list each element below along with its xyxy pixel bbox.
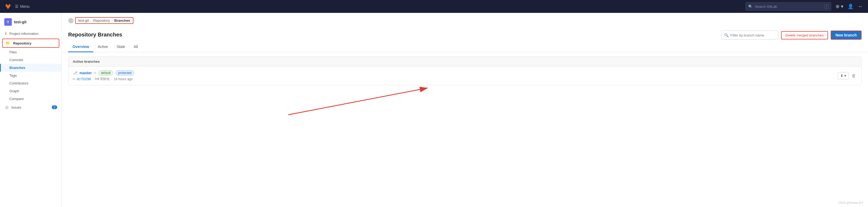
branch-commit-info: ↦ dc733298 · init 初始化 · 16 hours ago	[73, 77, 835, 81]
user-avatar-breadcrumb	[68, 18, 73, 23]
sidebar-item-graph[interactable]: Graph	[0, 87, 61, 95]
issues-icon: ◎	[5, 105, 8, 110]
annotation-area	[68, 85, 862, 117]
tab-stale[interactable]: Stale	[112, 42, 129, 52]
new-branch-button[interactable]: New branch	[831, 31, 862, 40]
sidebar-item-project-info[interactable]: ℹ Project information	[0, 29, 61, 38]
page-header: Repository Branches 🔍 Delete merged bran…	[62, 26, 868, 52]
hamburger-icon: ☰	[15, 4, 19, 8]
commit-msg-text: init 初始化	[95, 77, 110, 81]
watermark: CSDN @Shinka-深卡	[838, 201, 864, 205]
global-search-bar[interactable]: 🔍 Search GitLab /	[745, 2, 831, 11]
search-icon: 🔍	[724, 33, 729, 37]
branch-name[interactable]: master	[80, 71, 92, 75]
breadcrumb-current: Branches	[114, 19, 130, 23]
sidebar-item-repository[interactable]: 📁 Repository	[2, 39, 59, 48]
tab-active[interactable]: Active	[93, 42, 112, 52]
sidebar-user: T test-git	[0, 16, 61, 29]
breadcrumb: test-git › Repository › Branches	[62, 13, 868, 26]
commit-separator: ·	[112, 77, 112, 81]
navbar: ☰ Menu 🔍 Search GitLab / ⊕ ▾ 👤 ↔	[0, 0, 868, 13]
sidebar-item-branches[interactable]: Branches	[0, 64, 61, 72]
gitlab-logo-icon	[4, 3, 12, 10]
breadcrumb-project[interactable]: test-git	[79, 19, 89, 23]
badge-protected: protected	[116, 70, 134, 76]
issues-badge: 0	[52, 105, 57, 109]
download-branch-button[interactable]: ⬇ ▾	[838, 72, 849, 79]
create-new-button[interactable]: ⊕ ▾	[834, 2, 844, 10]
layout: T test-git ℹ Project information 📁 Repos…	[0, 13, 868, 207]
sidebar-item-issues[interactable]: ◎ Issues 0	[0, 103, 61, 112]
table-row: ⎇ master ⎘ default protected ↦ dc733298 …	[68, 67, 861, 85]
arrow-annotation	[68, 85, 862, 117]
commit-hash[interactable]: dc733298	[77, 77, 91, 81]
sidebar-item-compare[interactable]: Compare	[0, 95, 61, 103]
svg-line-5	[288, 88, 428, 115]
copy-icon[interactable]: ⎘	[94, 71, 96, 75]
repository-icon: 📁	[5, 41, 10, 45]
commit-message: ·	[93, 77, 93, 81]
sidebar-item-tags[interactable]: Tags	[0, 72, 61, 79]
delete-branch-button[interactable]: 🗑	[850, 72, 857, 79]
commit-arrow-icon: ↦	[73, 77, 75, 81]
tab-all[interactable]: All	[129, 42, 142, 52]
badge-default: default	[98, 70, 113, 76]
merge-requests-icon-button[interactable]: ↔	[857, 3, 864, 10]
tab-overview[interactable]: Overview	[68, 42, 93, 52]
shortcut-key-badge: /	[824, 4, 828, 8]
active-branches-table: Active branches ⎇ master ⎘ default prote…	[68, 57, 862, 85]
menu-button[interactable]: ☰ Menu	[15, 4, 30, 8]
branch-tabs: Overview Active Stale All	[68, 42, 862, 52]
breadcrumb-section[interactable]: Repository	[93, 19, 110, 23]
sidebar-username: test-git	[14, 20, 27, 24]
avatar: T	[4, 18, 12, 26]
branch-search-wrap[interactable]: 🔍	[721, 31, 778, 40]
page-title: Repository Branches	[68, 32, 122, 38]
active-branches-header: Active branches	[68, 57, 861, 67]
commit-time: 16 hours ago	[114, 77, 132, 81]
branches-content: Active branches ⎇ master ⎘ default prote…	[62, 57, 868, 117]
breadcrumb-highlight-box: test-git › Repository › Branches	[75, 17, 133, 24]
sidebar-item-files[interactable]: Files	[0, 48, 61, 56]
sidebar-item-contributors[interactable]: Contributors	[0, 79, 61, 87]
delete-merged-branches-button[interactable]: Delete merged branches	[781, 31, 828, 39]
search-icon: 🔍	[748, 5, 752, 8]
branch-search-input[interactable]	[730, 33, 775, 37]
sidebar: T test-git ℹ Project information 📁 Repos…	[0, 13, 62, 207]
navbar-icons: ⊕ ▾ 👤 ↔	[834, 2, 864, 10]
sidebar-item-commits[interactable]: Commits	[0, 56, 61, 64]
main-content: test-git › Repository › Branches Reposit…	[62, 13, 868, 207]
profile-icon-button[interactable]: 👤	[846, 2, 855, 10]
branch-icon: ⎇	[73, 71, 77, 75]
info-icon: ℹ	[5, 31, 7, 36]
